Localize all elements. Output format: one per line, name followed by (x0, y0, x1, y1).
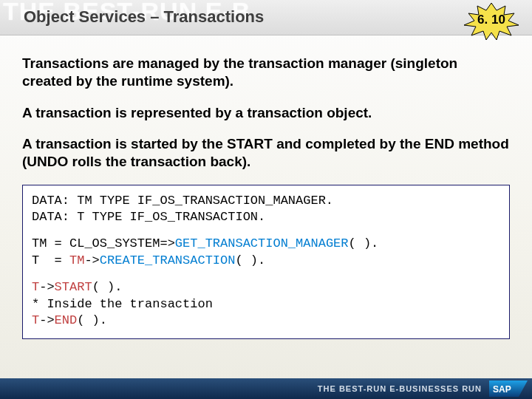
code-token: T = (32, 253, 69, 267)
sap-logo-text: SAP (493, 384, 511, 395)
code-line: TM = CL_OS_SYSTEM=>GET_TRANSACTION_MANAG… (32, 236, 500, 252)
footer-tagline: THE BEST-RUN E-BUSINESSES RUN (318, 384, 482, 393)
code-token-var: T (32, 280, 39, 294)
code-box: DATA: TM TYPE IF_OS_TRANSACTION_MANAGER.… (22, 185, 510, 339)
code-token: -> (84, 253, 99, 267)
code-token-method: END (55, 313, 78, 327)
code-token-var: T (32, 313, 39, 327)
code-line: T->END( ). (32, 313, 500, 329)
code-token-method: CREATE_TRANSACTION (100, 253, 236, 267)
code-token: -> (39, 280, 54, 294)
code-token: ( ). (235, 253, 265, 267)
text: rolls the transaction back). (68, 154, 250, 169)
slide: THE BEST-RUN E-B Object Services – Trans… (0, 0, 532, 399)
code-line: DATA: T TYPE IF_OS_TRANSACTION. (32, 209, 500, 225)
code-line: T->START( ). (32, 279, 500, 296)
text-bold: END (425, 136, 454, 151)
code-line: DATA: TM TYPE IF_OS_TRANSACTION_MANAGER. (32, 193, 500, 209)
text: is represented by a transaction object. (112, 105, 372, 120)
code-line: T = TM->CREATE_TRANSACTION( ). (32, 253, 500, 269)
text: A (22, 105, 35, 120)
slide-number-badge: 6. 10 (464, 4, 519, 38)
code-line: * Inside the transaction (32, 296, 500, 313)
code-group-2: TM = CL_OS_SYSTEM=>GET_TRANSACTION_MANAG… (32, 236, 500, 269)
text: A transaction is started by the (22, 136, 227, 151)
text-bold: transaction (35, 105, 111, 120)
code-token: ( ). (92, 280, 123, 294)
code-token-var: TM (69, 253, 84, 267)
slide-footer: THE BEST-RUN E-BUSINESSES RUN SAP (0, 378, 532, 399)
paragraph-3: A transaction is started by the START an… (22, 135, 510, 171)
paragraph-1: Transactions are managed by the transact… (22, 55, 510, 91)
text-bold: START (227, 136, 273, 151)
slide-header: THE BEST-RUN E-B Object Services – Trans… (0, 0, 532, 35)
code-group-3: T->START( ). * Inside the transaction T-… (32, 279, 500, 329)
code-token: TM = CL_OS_SYSTEM=> (32, 236, 175, 250)
text: Transactions are managed by the (22, 55, 248, 71)
slide-title: Object Services – Transactions (24, 7, 264, 27)
code-token: ( ). (348, 236, 378, 250)
text: and completed by the (273, 136, 425, 151)
sap-logo: SAP (489, 381, 528, 397)
code-token: -> (39, 313, 54, 327)
code-token: ( ). (77, 313, 107, 327)
text-bold: UNDO (27, 154, 68, 169)
code-group-1: DATA: TM TYPE IF_OS_TRANSACTION_MANAGER.… (32, 193, 500, 226)
text-bold: transaction manager (248, 55, 386, 71)
slide-number: 6. 10 (464, 13, 519, 27)
code-token-method: GET_TRANSACTION_MANAGER (175, 236, 349, 250)
sap-logo-icon: SAP (489, 381, 528, 397)
slide-body: Transactions are managed by the transact… (0, 35, 532, 339)
code-token-method: START (55, 280, 92, 294)
paragraph-2: A transaction is represented by a transa… (22, 104, 510, 122)
